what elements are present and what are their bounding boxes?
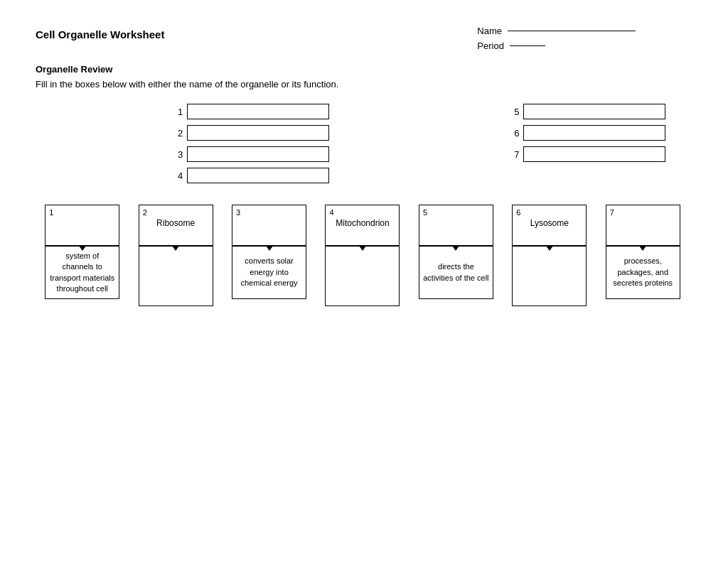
organelle-num-5: 5 — [423, 208, 427, 217]
organelle-label-2: Ribosome — [156, 218, 195, 228]
organelle-box-6[interactable]: 6 Lysosome — [512, 205, 587, 246]
organelle-col-6: 6 Lysosome — [503, 205, 596, 306]
organelle-col-5: 5 directs the activities of the cell — [410, 205, 503, 299]
section-title: Organelle Review — [36, 64, 692, 75]
diagram-area: 1 system of channels to transport materi… — [36, 205, 690, 306]
organelle-num-4: 4 — [329, 208, 333, 217]
organelle-num-7: 7 — [610, 208, 614, 217]
organelle-box-7[interactable]: 7 — [606, 205, 680, 246]
period-label: Period — [477, 40, 504, 51]
answer-item-6: 6 — [514, 125, 665, 141]
bottom-box-1[interactable]: system of channels to transport material… — [45, 246, 119, 299]
instructions: Fill in the boxes below with either the … — [36, 79, 692, 90]
organelle-num-1: 1 — [49, 208, 53, 217]
answer-item-4: 4 — [178, 168, 329, 183]
organelle-box-4[interactable]: 4 Mitochondrion — [325, 205, 400, 246]
answer-box-2[interactable] — [187, 125, 329, 141]
organelle-col-3: 3 converts solar energy into chemical en… — [223, 205, 316, 299]
answer-box-1[interactable] — [187, 104, 329, 119]
organelle-col-1: 1 system of channels to transport materi… — [36, 205, 129, 299]
answer-item-1: 1 — [178, 104, 329, 119]
organelle-label-6: Lysosome — [530, 218, 569, 228]
bottom-box-4[interactable] — [325, 246, 400, 306]
answer-box-7[interactable] — [523, 146, 665, 162]
bottom-box-2[interactable] — [139, 246, 213, 306]
answer-col-right: 5 6 7 — [514, 104, 665, 183]
period-field[interactable] — [510, 45, 545, 46]
answer-item-7: 7 — [514, 146, 665, 162]
answer-col-left: 1 2 3 4 — [178, 104, 329, 183]
organelle-col-7: 7 processes, packages, and secretes prot… — [596, 205, 690, 299]
organelle-box-5[interactable]: 5 — [419, 205, 493, 246]
answer-num-3: 3 — [178, 149, 183, 160]
page-title: Cell Organelle Worksheet — [36, 28, 164, 40]
bottom-box-5[interactable]: directs the activities of the cell — [419, 246, 493, 299]
answer-grid: 1 2 3 4 5 6 7 — [178, 104, 692, 183]
bottom-box-3[interactable]: converts solar energy into chemical ener… — [232, 246, 306, 299]
organelle-label-4: Mitochondrion — [336, 218, 389, 228]
organelle-col-4: 4 Mitochondrion — [316, 205, 409, 306]
organelle-num-6: 6 — [516, 208, 520, 217]
bottom-box-6[interactable] — [512, 246, 587, 306]
organelle-box-2[interactable]: 2 Ribosome — [139, 205, 213, 246]
organelle-box-3[interactable]: 3 — [232, 205, 306, 246]
answer-num-1: 1 — [178, 107, 183, 117]
answer-box-3[interactable] — [187, 146, 329, 162]
answer-num-7: 7 — [514, 149, 519, 160]
diagram-columns: 1 system of channels to transport materi… — [36, 205, 690, 306]
answer-num-5: 5 — [514, 107, 519, 117]
organelle-box-1[interactable]: 1 — [45, 205, 119, 246]
answer-box-6[interactable] — [523, 125, 665, 141]
organelle-num-2: 2 — [143, 208, 147, 217]
organelle-num-3: 3 — [236, 208, 240, 217]
name-period-block: Name Period — [477, 26, 636, 51]
answer-item-5: 5 — [514, 104, 665, 119]
answer-box-4[interactable] — [187, 168, 329, 183]
answer-item-3: 3 — [178, 146, 329, 162]
answer-num-4: 4 — [178, 171, 183, 181]
answer-num-2: 2 — [178, 128, 183, 139]
answer-box-5[interactable] — [523, 104, 665, 119]
organelle-col-2: 2 Ribosome — [129, 205, 222, 306]
bottom-box-7[interactable]: processes, packages, and secretes protei… — [606, 246, 680, 299]
answer-item-2: 2 — [178, 125, 329, 141]
name-field[interactable] — [508, 31, 636, 31]
name-label: Name — [477, 26, 502, 36]
answer-num-6: 6 — [514, 128, 519, 139]
